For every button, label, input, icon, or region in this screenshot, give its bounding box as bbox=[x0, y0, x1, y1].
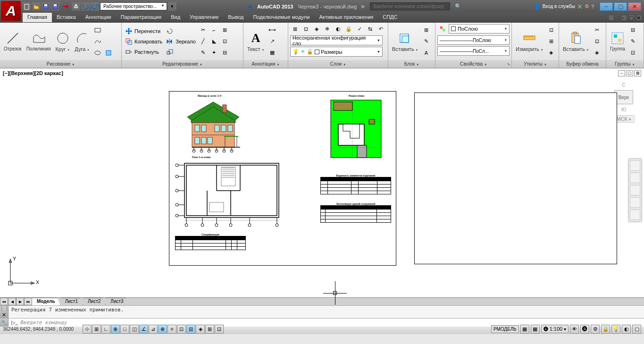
move-tool[interactable]: Перенести bbox=[124, 27, 164, 35]
fillet-icon[interactable]: ⌐ bbox=[209, 25, 219, 35]
offset-icon[interactable]: ⊡ bbox=[220, 36, 230, 47]
zoom-extents-icon[interactable] bbox=[630, 185, 640, 195]
layer-lock-icon[interactable]: 🔒 bbox=[344, 24, 354, 34]
vp-close-icon[interactable]: ⊠ bbox=[634, 70, 641, 76]
layout-tab-model[interactable]: Модель bbox=[32, 298, 60, 305]
panel-expand-icon[interactable] bbox=[608, 15, 614, 21]
quickview-layouts-icon[interactable]: ▦ bbox=[520, 325, 529, 334]
tab-home[interactable]: Главная bbox=[23, 13, 52, 22]
doc-restore-icon[interactable]: ▢ bbox=[628, 15, 635, 21]
layout-nav-last[interactable]: ⏭ bbox=[24, 298, 32, 305]
color-dropdown[interactable]: ПоСлою bbox=[449, 24, 510, 34]
anno-visibility-icon[interactable]: 👁 bbox=[570, 325, 579, 334]
quickcalc-icon[interactable]: ⊞ bbox=[546, 36, 556, 47]
doc-minimize-icon[interactable]: − bbox=[621, 15, 627, 21]
array-icon[interactable]: ⊞ bbox=[220, 25, 230, 35]
plot-icon[interactable] bbox=[72, 2, 80, 11]
text-tool[interactable]: А Текст ▼ bbox=[245, 30, 266, 53]
people-icon[interactable]: 👤 bbox=[534, 3, 541, 9]
match-props-icon[interactable] bbox=[437, 24, 448, 34]
search-input[interactable] bbox=[370, 2, 450, 10]
polar-toggle[interactable]: ⊕ bbox=[111, 325, 120, 334]
leader-icon[interactable]: ↗ bbox=[267, 36, 277, 47]
viewport-label[interactable]: [−][Верхняя][2D каркас] bbox=[3, 70, 63, 76]
search-icon[interactable]: 🔍 bbox=[455, 3, 461, 9]
tab-output[interactable]: Вывод bbox=[223, 13, 248, 22]
arc-tool[interactable]: Дуга ▼ bbox=[73, 30, 92, 53]
rotate-tool[interactable] bbox=[165, 27, 197, 35]
cut-icon[interactable]: ✂ bbox=[592, 25, 602, 35]
osnap-toggle[interactable]: □ bbox=[120, 325, 129, 334]
layout-nav-next[interactable]: ▶ bbox=[16, 298, 24, 305]
lwt-toggle[interactable]: ≡ bbox=[167, 325, 176, 334]
layer-current-dropdown[interactable]: 💡☀🔓 Размеры▼ bbox=[290, 47, 383, 57]
saveas-icon[interactable] bbox=[51, 2, 59, 11]
pan-icon[interactable] bbox=[630, 173, 640, 183]
circle-tool[interactable]: Круг ▼ bbox=[54, 30, 72, 53]
matchprops2-icon[interactable]: ◈ bbox=[592, 48, 602, 58]
copy-clip-icon[interactable]: ⊡ bbox=[592, 36, 602, 47]
isolate-objects-icon[interactable]: ◐ bbox=[622, 325, 631, 334]
grid-toggle[interactable]: ⊞ bbox=[92, 325, 101, 334]
close-button[interactable]: ✕ bbox=[628, 2, 641, 11]
vp-maximize-icon[interactable]: ▢ bbox=[626, 70, 633, 76]
app-menu-button[interactable] bbox=[1, 1, 21, 21]
rectangle-icon[interactable] bbox=[92, 25, 103, 35]
toolbar-lock-icon[interactable]: 🔒 bbox=[601, 325, 610, 334]
space-indicator[interactable]: РМОДЕЛЬ bbox=[491, 325, 519, 333]
group-edit-icon[interactable]: ✎ bbox=[628, 36, 638, 47]
ucs-icon[interactable]: Y X bbox=[6, 255, 39, 288]
erase-icon[interactable]: ✎ bbox=[198, 48, 209, 58]
cmd-handle-2[interactable]: 🔧 bbox=[0, 319, 8, 327]
paste-tool[interactable]: Вставить ▼ bbox=[561, 30, 591, 53]
panel-clipboard-title[interactable]: Буфер обмена bbox=[559, 60, 606, 68]
anno-autoscale-icon[interactable]: 🅐 bbox=[580, 325, 589, 334]
layer-match-icon[interactable]: ⇆ bbox=[365, 24, 375, 34]
viewcube-top-face[interactable]: Верх bbox=[614, 90, 633, 104]
layout-tab-sheet3[interactable]: Лист3 bbox=[106, 298, 128, 305]
group-tool[interactable]: Группа bbox=[608, 30, 627, 52]
hatch-icon[interactable] bbox=[103, 48, 114, 58]
maximize-button[interactable]: ▢ bbox=[614, 2, 627, 11]
tab-view[interactable]: Вид bbox=[166, 13, 185, 22]
help-icon[interactable]: ? bbox=[591, 4, 594, 9]
layer-make-icon[interactable]: ✓ bbox=[355, 24, 365, 34]
tpy-toggle[interactable]: ⊡ bbox=[177, 325, 186, 334]
panel-modify-title[interactable]: Редактирование bbox=[122, 60, 243, 68]
ducs-toggle[interactable]: ⊿ bbox=[149, 325, 158, 334]
panel-groups-title[interactable]: Группы bbox=[606, 60, 644, 68]
selectall-icon[interactable]: ◈ bbox=[546, 48, 556, 58]
panel-block-title[interactable]: Блок bbox=[388, 60, 435, 68]
vp-minimize-icon[interactable]: − bbox=[618, 70, 625, 76]
panel-annotate-title[interactable]: Аннотации bbox=[243, 60, 288, 68]
layer-states-icon[interactable]: ⊡ bbox=[301, 24, 311, 34]
ellipse-icon[interactable] bbox=[92, 48, 103, 58]
panel-draw-title[interactable]: Рисование bbox=[0, 60, 121, 68]
showmotion-icon[interactable] bbox=[630, 210, 640, 220]
dyn-toggle[interactable]: ⊕ bbox=[158, 325, 167, 334]
tab-insert[interactable]: Вставка bbox=[52, 13, 81, 22]
3dosnap-toggle[interactable]: ◫ bbox=[130, 325, 139, 334]
fullnav-wheel-icon[interactable] bbox=[630, 160, 640, 171]
hardware-accel-icon[interactable]: 💡 bbox=[611, 325, 620, 334]
spline-icon[interactable] bbox=[92, 36, 103, 47]
measure-tool[interactable]: Измерить ▼ bbox=[514, 30, 545, 53]
ortho-toggle[interactable]: ∟ bbox=[101, 325, 110, 334]
panel-properties-title[interactable]: Свойства↘ bbox=[435, 60, 511, 68]
layer-props-icon[interactable]: ⊞ bbox=[290, 24, 300, 34]
layer-config-dropdown[interactable]: Несохраненная конфигурация сло▼ bbox=[290, 35, 383, 45]
lineweight-dropdown[interactable]: ———————ПоСлою bbox=[437, 35, 510, 45]
dim-linear-icon[interactable]: ⟷ bbox=[267, 25, 277, 35]
layout-tab-sheet2[interactable]: Лист2 bbox=[83, 298, 106, 305]
save-icon[interactable] bbox=[42, 2, 50, 11]
workspace-switch-icon[interactable]: ⚙ bbox=[591, 325, 600, 334]
workspace-dropdown[interactable]: Рабочее пространство... bbox=[100, 2, 167, 10]
copy-tool[interactable]: Копировать bbox=[124, 37, 164, 46]
extra-toggle[interactable]: ⊡ bbox=[215, 325, 224, 334]
tab-parametric[interactable]: Параметризация bbox=[116, 13, 166, 22]
layer-freeze-icon[interactable]: ❄ bbox=[322, 24, 332, 34]
table-icon[interactable]: ▦ bbox=[267, 48, 277, 58]
coordinates[interactable]: 362448.6432, 8464.2348 , 0.0000 bbox=[0, 327, 83, 332]
tab-spds[interactable]: СПДС bbox=[378, 13, 402, 22]
qat-more-icon[interactable]: ▾ bbox=[168, 2, 176, 11]
